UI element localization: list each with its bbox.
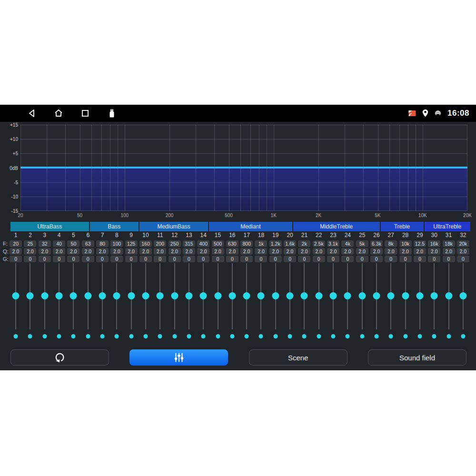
freq-value-box[interactable]: 6.3k <box>370 240 383 247</box>
slider-handle[interactable] <box>258 292 265 299</box>
slider-handle[interactable] <box>459 292 466 299</box>
recents-icon[interactable] <box>80 108 90 119</box>
q-value-box[interactable]: 2.0 <box>82 248 94 255</box>
reset-button[interactable] <box>10 349 109 366</box>
gain-value-box[interactable]: 0 <box>414 256 426 262</box>
gain-value-box[interactable]: 0 <box>154 256 166 262</box>
freq-value-box[interactable]: 5k <box>356 240 368 247</box>
slider-handle[interactable] <box>214 292 221 299</box>
q-value-box[interactable]: 2.0 <box>125 248 138 255</box>
eq-button[interactable] <box>129 349 228 366</box>
gain-value-box[interactable]: 0 <box>269 256 282 262</box>
q-value-box[interactable]: 2.0 <box>356 248 368 255</box>
slider-handle[interactable] <box>41 292 48 299</box>
q-value-box[interactable]: 2.0 <box>67 248 79 255</box>
q-value-box[interactable]: 2.0 <box>457 248 469 255</box>
slider-handle[interactable] <box>200 292 207 299</box>
freq-value-box[interactable]: 1.6k <box>284 240 296 247</box>
slider-handle[interactable] <box>315 292 322 299</box>
q-value-box[interactable]: 2.0 <box>53 248 65 255</box>
slider-handle[interactable] <box>358 292 366 299</box>
freq-value-box[interactable]: 20 <box>10 240 22 247</box>
freq-value-box[interactable]: 1k <box>255 240 267 247</box>
slider-handle[interactable] <box>113 292 120 299</box>
gain-value-box[interactable]: 0 <box>24 256 36 262</box>
gain-value-box[interactable]: 0 <box>370 256 383 262</box>
slider-handle[interactable] <box>12 292 20 299</box>
slider-handle[interactable] <box>445 292 452 299</box>
q-value-box[interactable]: 2.0 <box>226 248 238 255</box>
gain-value-box[interactable]: 0 <box>341 256 354 262</box>
gain-value-box[interactable]: 0 <box>96 256 109 262</box>
freq-value-box[interactable]: 12.5 <box>414 240 426 247</box>
q-value-box[interactable]: 2.0 <box>240 248 253 255</box>
q-value-box[interactable]: 2.0 <box>399 248 412 255</box>
slider-handle[interactable] <box>287 292 294 299</box>
freq-value-box[interactable]: 50 <box>67 240 79 247</box>
q-value-box[interactable]: 2.0 <box>385 248 397 255</box>
gain-value-box[interactable]: 0 <box>139 256 152 262</box>
slider-handle[interactable] <box>70 292 77 299</box>
q-value-box[interactable]: 2.0 <box>327 248 339 255</box>
q-value-box[interactable]: 2.0 <box>39 248 51 255</box>
q-value-box[interactable]: 2.0 <box>139 248 152 255</box>
slider-handle[interactable] <box>84 292 91 299</box>
scene-button[interactable]: Scene <box>249 349 347 366</box>
q-value-box[interactable]: 2.0 <box>169 248 181 255</box>
gain-value-box[interactable]: 0 <box>399 256 412 262</box>
gain-value-box[interactable]: 0 <box>10 256 22 262</box>
gain-value-box[interactable]: 0 <box>457 256 469 262</box>
slider-handle[interactable] <box>301 292 308 299</box>
gain-value-box[interactable]: 0 <box>226 256 238 262</box>
slider-handle[interactable] <box>243 292 250 299</box>
q-value-box[interactable]: 2.0 <box>96 248 109 255</box>
freq-value-box[interactable]: 8k <box>385 240 397 247</box>
freq-value-box[interactable]: 20k <box>457 240 469 247</box>
gain-value-box[interactable]: 0 <box>284 256 296 262</box>
slider-handle[interactable] <box>228 292 236 299</box>
q-value-box[interactable]: 2.0 <box>10 248 22 255</box>
slider-handle[interactable] <box>416 292 423 299</box>
gain-value-box[interactable]: 0 <box>240 256 253 262</box>
freq-value-box[interactable]: 630 <box>226 240 238 247</box>
gain-value-box[interactable]: 0 <box>110 256 123 262</box>
freq-value-box[interactable]: 800 <box>240 240 253 247</box>
q-value-box[interactable]: 2.0 <box>154 248 166 255</box>
freq-value-box[interactable]: 500 <box>212 240 224 247</box>
q-value-box[interactable]: 2.0 <box>298 248 310 255</box>
slider-handle[interactable] <box>142 292 149 299</box>
back-icon[interactable] <box>27 108 37 119</box>
q-value-box[interactable]: 2.0 <box>197 248 209 255</box>
q-value-box[interactable]: 2.0 <box>443 248 455 255</box>
freq-value-box[interactable]: 4k <box>341 240 354 247</box>
gain-value-box[interactable]: 0 <box>212 256 224 262</box>
q-value-box[interactable]: 2.0 <box>428 248 440 255</box>
gain-value-box[interactable]: 0 <box>298 256 310 262</box>
freq-value-box[interactable]: 40 <box>53 240 65 247</box>
slider-handle[interactable] <box>387 292 395 299</box>
gain-value-box[interactable]: 0 <box>82 256 94 262</box>
freq-value-box[interactable]: 80 <box>96 240 109 247</box>
q-value-box[interactable]: 2.0 <box>183 248 195 255</box>
freq-value-box[interactable]: 100 <box>110 240 123 247</box>
q-value-box[interactable]: 2.0 <box>269 248 282 255</box>
gain-value-box[interactable]: 0 <box>197 256 209 262</box>
freq-value-box[interactable]: 250 <box>169 240 181 247</box>
q-value-box[interactable]: 2.0 <box>313 248 325 255</box>
gain-value-box[interactable]: 0 <box>356 256 368 262</box>
slider-handle[interactable] <box>171 292 178 299</box>
gain-value-box[interactable]: 0 <box>169 256 181 262</box>
usb-icon[interactable] <box>107 108 117 119</box>
q-value-box[interactable]: 2.0 <box>370 248 383 255</box>
freq-value-box[interactable]: 18k <box>443 240 455 247</box>
slider-handle[interactable] <box>373 292 380 299</box>
freq-value-box[interactable]: 32 <box>39 240 51 247</box>
gain-value-box[interactable]: 0 <box>53 256 65 262</box>
freq-value-box[interactable]: 63 <box>82 240 94 247</box>
sound-field-button[interactable]: Sound field <box>368 349 466 366</box>
slider-handle[interactable] <box>344 292 351 299</box>
slider-handle[interactable] <box>157 292 164 299</box>
freq-value-box[interactable]: 200 <box>154 240 166 247</box>
q-value-box[interactable]: 2.0 <box>341 248 354 255</box>
freq-value-box[interactable]: 400 <box>197 240 209 247</box>
